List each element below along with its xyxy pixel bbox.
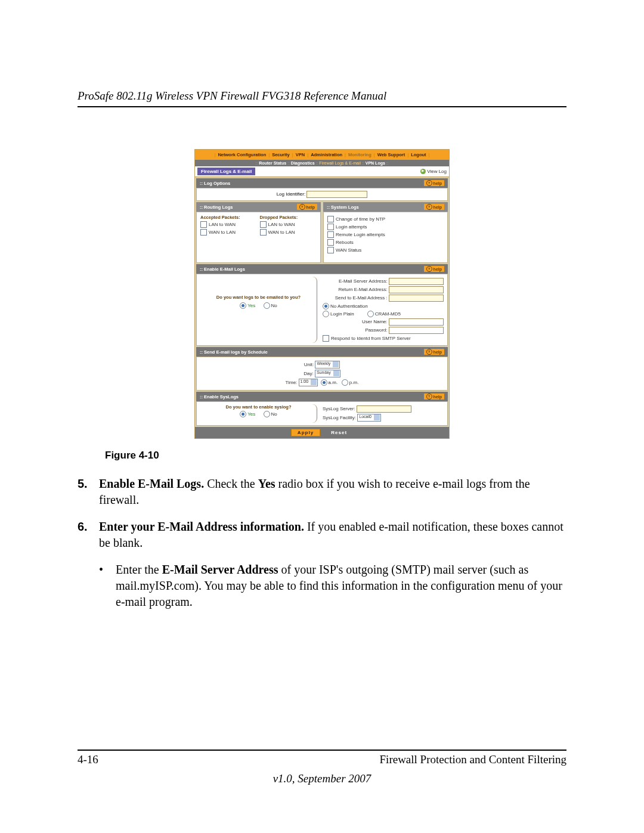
step-5-number: 5.	[78, 476, 99, 508]
schedule-day-select[interactable]: Sunday	[315, 370, 340, 377]
subnav-vpnlogs[interactable]: VPN Logs	[366, 161, 385, 165]
respond-identd-checkbox[interactable]	[323, 335, 329, 342]
nav-network[interactable]: Network Configuration	[216, 151, 268, 159]
nav-monitoring[interactable]: Monitoring	[346, 151, 373, 159]
nav-logout[interactable]: Logout	[409, 151, 428, 159]
section-log-options-header: :: Log Options help	[196, 178, 448, 188]
syslog-reboots-checkbox[interactable]	[327, 239, 334, 246]
step-6a-text: Enter the E-Mail Server Address of your …	[116, 562, 566, 610]
send-to-email-address-input[interactable]	[389, 295, 444, 302]
auth-cram-md5-radio[interactable]	[367, 311, 374, 317]
help-link[interactable]: help	[424, 180, 444, 186]
section-email-header: :: Enable E-Mail Logs help	[196, 264, 448, 274]
nav-vpn[interactable]: VPN	[294, 151, 306, 159]
help-link[interactable]: help	[424, 204, 444, 210]
syslog-facility-select[interactable]: Local0	[357, 414, 381, 422]
top-nav: |Network Configuration |Security |VPN |A…	[195, 150, 449, 160]
syslog-remote-login-checkbox[interactable]	[327, 231, 334, 238]
smtp-username-input[interactable]	[389, 318, 444, 326]
log-identifier-label: Log Identifier:	[277, 191, 305, 197]
nav-security[interactable]: Security	[270, 151, 292, 159]
doc-version: v1.0, September 2007	[78, 772, 566, 785]
section-schedule-header: :: Send E-mail logs by Schedule help	[196, 347, 448, 357]
figure-caption: Figure 4-10	[105, 450, 566, 462]
email-yes-radio[interactable]	[240, 302, 246, 309]
subnav-diagnostics[interactable]: Diagnostics	[291, 161, 315, 165]
dropped-packets-label: Dropped Packets:	[260, 215, 317, 220]
syslog-no-radio[interactable]	[264, 411, 270, 417]
page-number: 4-16	[78, 753, 98, 766]
syslog-login-checkbox[interactable]	[327, 224, 334, 230]
schedule-pm-radio[interactable]	[342, 379, 348, 386]
nav-websupport[interactable]: Web Support	[376, 151, 407, 159]
auth-none-radio[interactable]	[323, 303, 329, 309]
play-icon	[420, 169, 426, 174]
accepted-packets-label: Accepted Packets:	[200, 215, 258, 220]
subnav-firewall-logs[interactable]: Firewall Logs & E-mail	[319, 161, 361, 165]
syslog-yes-radio[interactable]	[240, 411, 246, 417]
step-6-number: 6.	[78, 519, 99, 551]
page-title: Firewall Logs & E-mail	[197, 168, 255, 175]
chapter-title: Firewall Protection and Content Filterin…	[380, 753, 566, 766]
schedule-am-radio[interactable]	[321, 379, 327, 386]
help-link[interactable]: help	[297, 204, 317, 210]
syslog-ntp-checkbox[interactable]	[327, 216, 334, 222]
subnav-routerstatus[interactable]: Router Status	[259, 161, 286, 165]
doc-header-title: ProSafe 802.11g Wireless VPN Firewall FV…	[78, 89, 566, 107]
smtp-password-input[interactable]	[389, 327, 444, 334]
auth-login-plain-radio[interactable]	[323, 311, 329, 317]
reset-button[interactable]: Reset	[325, 429, 353, 436]
apply-button[interactable]: Apply	[291, 429, 320, 436]
routing-dropped-wan-lan-checkbox[interactable]	[260, 229, 267, 236]
routing-accepted-lan-wan-checkbox[interactable]	[200, 221, 207, 228]
section-routing-header: :: Routing Logs help	[196, 202, 321, 212]
routing-dropped-lan-wan-checkbox[interactable]	[260, 221, 267, 228]
bullet-icon: •	[99, 562, 116, 610]
sub-nav: :: Router Status :: Diagnostics :: Firew…	[195, 160, 449, 166]
nav-admin[interactable]: Administration	[309, 151, 344, 159]
section-syslogs-header: :: Enable SysLogs help	[196, 392, 448, 401]
help-link[interactable]: help	[424, 266, 444, 272]
step-5-text: Enable E-Mail Logs. Check the Yes radio …	[99, 476, 566, 508]
email-no-radio[interactable]	[264, 302, 270, 309]
syslog-wanstatus-checkbox[interactable]	[327, 247, 334, 253]
syslog-question: Do you want to enable syslog?	[200, 404, 317, 410]
view-log-link[interactable]: View Log	[420, 169, 447, 174]
firewall-screenshot: |Network Configuration |Security |VPN |A…	[194, 149, 450, 439]
schedule-unit-select[interactable]: Weekly	[315, 361, 340, 368]
step-6-text: Enter your E-Mail Address information. I…	[99, 519, 566, 551]
help-link[interactable]: help	[424, 394, 444, 400]
email-question: Do you want logs to be emailed to you?	[200, 295, 317, 300]
log-identifier-input[interactable]	[306, 191, 367, 198]
email-server-address-input[interactable]	[389, 278, 444, 285]
section-system-header: :: System Logs help	[323, 202, 448, 212]
syslog-server-input[interactable]	[357, 405, 411, 413]
return-email-address-input[interactable]	[389, 286, 444, 293]
help-link[interactable]: help	[424, 349, 444, 355]
schedule-time-select[interactable]: 1:00	[299, 379, 318, 386]
routing-accepted-wan-lan-checkbox[interactable]	[200, 229, 207, 236]
